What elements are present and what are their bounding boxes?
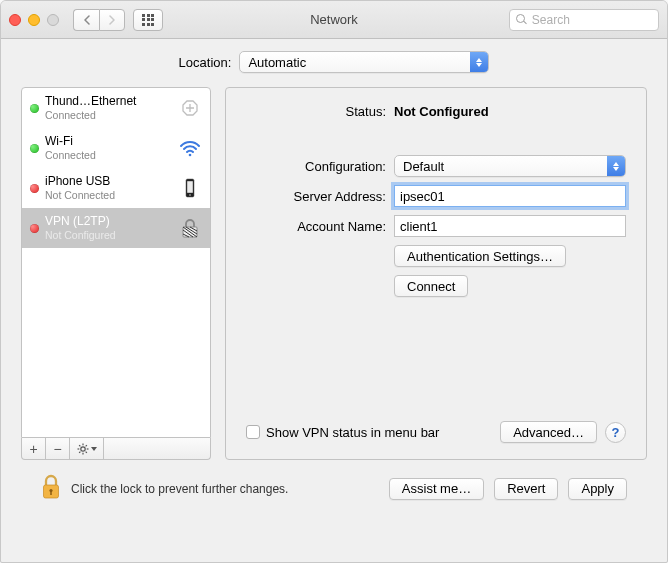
show-vpn-status-checkbox[interactable] (246, 425, 260, 439)
pane-bottom-row: Show VPN status in menu bar Advanced… ? (246, 421, 626, 443)
service-status: Connected (45, 149, 172, 161)
service-sidebar: Thund…Ethernet Connected Wi-Fi Connected (21, 87, 211, 460)
location-label: Location: (179, 55, 232, 70)
search-input[interactable] (530, 12, 652, 28)
show-vpn-status-label: Show VPN status in menu bar (266, 425, 439, 440)
location-value: Automatic (248, 55, 306, 70)
iphone-icon (178, 177, 202, 199)
help-button[interactable]: ? (605, 422, 626, 443)
wifi-icon (178, 137, 202, 159)
server-address-label: Server Address: (246, 189, 386, 204)
grid-icon (142, 14, 154, 26)
detail-pane: Status: Not Configured Configuration: De… (225, 87, 647, 460)
ethernet-icon (178, 97, 202, 119)
chevron-down-icon (91, 447, 97, 451)
location-row: Location: Automatic (21, 51, 647, 73)
lock-icon[interactable] (41, 474, 61, 503)
service-status: Not Configured (45, 229, 172, 241)
select-arrows-icon (470, 52, 488, 72)
connect-button[interactable]: Connect (394, 275, 468, 297)
account-row: Account Name: (246, 215, 626, 237)
service-list-toolbar: + − (21, 438, 211, 460)
svg-rect-2 (187, 181, 193, 193)
service-item-ethernet[interactable]: Thund…Ethernet Connected (22, 88, 210, 128)
service-status: Connected (45, 109, 172, 121)
service-name: Wi-Fi (45, 135, 172, 149)
svg-point-3 (189, 194, 191, 196)
select-arrows-icon (607, 156, 625, 176)
minimize-button[interactable] (28, 14, 40, 26)
titlebar: Network (1, 1, 667, 39)
search-icon (516, 14, 526, 25)
configuration-select[interactable]: Default (394, 155, 626, 177)
add-service-button[interactable]: + (22, 438, 46, 459)
svg-rect-16 (50, 491, 52, 495)
service-action-menu[interactable] (70, 438, 104, 459)
chevron-right-icon (108, 15, 116, 25)
service-list[interactable]: Thund…Ethernet Connected Wi-Fi Connected (21, 87, 211, 438)
apply-button[interactable]: Apply (568, 478, 627, 500)
auth-settings-button[interactable]: Authentication Settings… (394, 245, 566, 267)
advanced-button[interactable]: Advanced… (500, 421, 597, 443)
configuration-label: Configuration: (246, 159, 386, 174)
status-dot (30, 224, 39, 233)
chevron-left-icon (83, 15, 91, 25)
svg-line-11 (85, 451, 86, 452)
content: Location: Automatic Thund…Ethernet Conne… (1, 39, 667, 513)
server-address-input[interactable] (394, 185, 626, 207)
nav-buttons (73, 9, 125, 31)
revert-button[interactable]: Revert (494, 478, 558, 500)
service-status: Not Connected (45, 189, 172, 201)
account-name-input[interactable] (394, 215, 626, 237)
close-button[interactable] (9, 14, 21, 26)
status-dot (30, 144, 39, 153)
configuration-value: Default (403, 159, 444, 174)
service-item-iphone-usb[interactable]: iPhone USB Not Connected (22, 168, 210, 208)
service-name: VPN (L2TP) (45, 215, 172, 229)
account-name-label: Account Name: (246, 219, 386, 234)
status-row: Status: Not Configured (246, 104, 626, 119)
lock-text: Click the lock to prevent further change… (71, 482, 288, 496)
search-field[interactable] (509, 9, 659, 31)
service-item-wifi[interactable]: Wi-Fi Connected (22, 128, 210, 168)
configuration-row: Configuration: Default (246, 155, 626, 177)
svg-point-5 (80, 446, 84, 450)
service-name: Thund…Ethernet (45, 95, 172, 109)
zoom-button[interactable] (47, 14, 59, 26)
svg-line-12 (85, 445, 86, 446)
service-item-vpn[interactable]: VPN (L2TP) Not Configured (22, 208, 210, 248)
svg-point-0 (189, 154, 192, 157)
footer: Click the lock to prevent further change… (21, 460, 647, 503)
status-dot (30, 104, 39, 113)
forward-button[interactable] (99, 9, 125, 31)
status-label: Status: (246, 104, 386, 119)
vpn-icon (178, 217, 202, 239)
assist-button[interactable]: Assist me… (389, 478, 484, 500)
svg-line-10 (79, 445, 80, 446)
network-prefpane-window: Network Location: Automatic Thund…E (0, 0, 668, 563)
location-select[interactable]: Automatic (239, 51, 489, 73)
traffic-lights (9, 14, 59, 26)
show-all-button[interactable] (133, 9, 163, 31)
server-row: Server Address: (246, 185, 626, 207)
gear-icon (77, 443, 89, 455)
service-name: iPhone USB (45, 175, 172, 189)
remove-service-button[interactable]: − (46, 438, 70, 459)
svg-line-13 (79, 451, 80, 452)
back-button[interactable] (73, 9, 99, 31)
status-dot (30, 184, 39, 193)
status-value: Not Configured (394, 104, 489, 119)
